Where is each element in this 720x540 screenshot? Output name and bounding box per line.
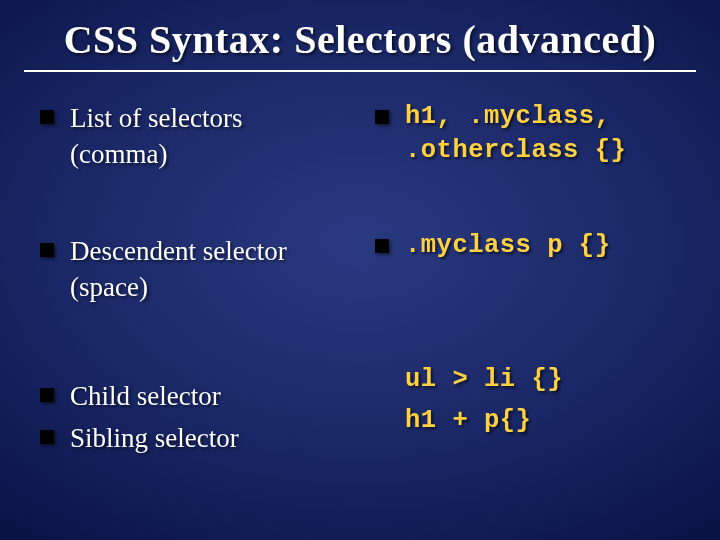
list-item: Descendent selector (space) <box>40 233 345 306</box>
bullet-icon <box>40 110 54 124</box>
title-underline <box>24 70 696 72</box>
bullet-icon <box>40 388 54 402</box>
code-example: h1, .myclass, .otherclass {} <box>405 100 680 169</box>
bullet-icon <box>40 243 54 257</box>
list-item: Child selector <box>40 378 345 414</box>
code-example: h1 + p{} <box>405 404 531 438</box>
slide: CSS Syntax: Selectors (advanced) List of… <box>0 0 720 540</box>
left-column: List of selectors (comma) Descendent sel… <box>40 100 345 463</box>
selector-description: Descendent selector (space) <box>70 233 345 306</box>
selector-description: List of selectors (comma) <box>70 100 345 173</box>
list-item: h1, .myclass, .otherclass {} <box>375 100 680 169</box>
bullet-icon <box>375 110 389 124</box>
list-item: ul > li {} <box>375 363 680 397</box>
right-column: h1, .myclass, .otherclass {} .myclass p … <box>375 100 680 463</box>
bullet-icon <box>375 239 389 253</box>
list-item: Sibling selector <box>40 420 345 456</box>
list-item: .myclass p {} <box>375 229 680 263</box>
list-item: h1 + p{} <box>375 404 680 438</box>
selector-description: Sibling selector <box>70 420 239 456</box>
selector-description: Child selector <box>70 378 221 414</box>
code-example: ul > li {} <box>405 363 563 397</box>
code-example: .myclass p {} <box>405 229 610 263</box>
bullet-icon <box>40 430 54 444</box>
title-wrap: CSS Syntax: Selectors (advanced) <box>30 18 690 72</box>
slide-title: CSS Syntax: Selectors (advanced) <box>30 18 690 68</box>
slide-body: List of selectors (comma) Descendent sel… <box>30 100 690 463</box>
list-item: List of selectors (comma) <box>40 100 345 173</box>
